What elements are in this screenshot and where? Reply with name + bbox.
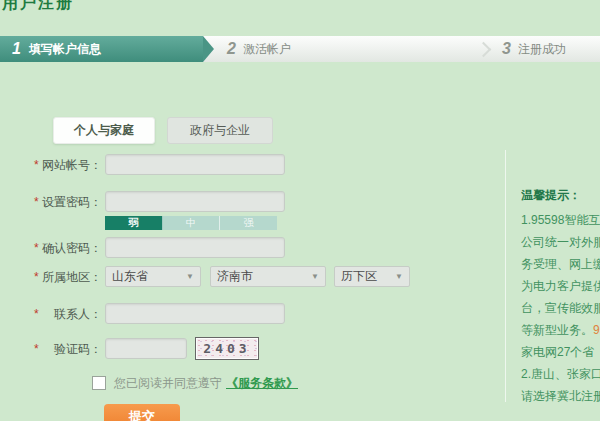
tips-line: 家电网27个省（市） [521,341,600,363]
tips-line-text: 等新型业务。 [521,323,593,337]
step-number: 3 [502,40,511,58]
tab-label: 个人与家庭 [74,122,134,139]
tips-title: 温馨提示： [521,185,600,205]
province-value: 山东省 [112,268,148,285]
step-arrow-icon [203,36,214,62]
district-value: 历下区 [341,268,377,285]
province-select[interactable]: 山东省 ▼ [105,266,201,287]
tips-line: 2.唐山、张家口、廊 [521,363,600,385]
tips-line: 等新型业务。95598 [521,319,600,341]
contact-input[interactable] [105,303,285,324]
tips-sidebar: 温馨提示： 1.95598智能互动网 公司统一对外服务网 务受理、网上缴费、 为… [521,185,600,407]
chevron-down-icon: ▼ [395,272,403,281]
tips-line: 请选择冀北注册。 [521,385,600,407]
tab-government-enterprise[interactable]: 政府与企业 [167,117,273,144]
strength-strong: 强 [220,216,277,230]
tips-line: 务受理、网上缴费、 [521,253,600,275]
wizard-stepper: 2 激活帐户 3 注册成功 1 填写帐户信息 [0,36,600,62]
submit-button[interactable]: 提交 [104,404,180,421]
captcha-code: 2403 [203,341,250,356]
terms-of-service-link[interactable]: 《服务条款》 [226,375,298,392]
region-label: 所属地区： [30,266,102,288]
step-register-success: 3 注册成功 [502,36,566,62]
password-label: 设置密码： [30,191,102,213]
account-label: 网站帐号： [30,154,102,176]
chevron-down-icon: ▼ [311,272,319,281]
tips-line: 为电力客户提供信息 [521,275,600,297]
page-title: 用户注册 [2,0,74,14]
tips-line: 台，宣传能效服务、 [521,297,600,319]
captcha-label: 验证码： [30,338,102,360]
step-activate-account: 2 激活帐户 [227,36,291,62]
captcha-image[interactable]: 2403 [195,337,259,360]
vertical-divider [505,150,506,402]
confirm-password-label: 确认密码： [30,237,102,259]
password-input[interactable] [105,191,285,212]
tab-personal-family[interactable]: 个人与家庭 [53,117,155,144]
step-label: 激活帐户 [243,41,291,58]
step-label: 注册成功 [518,41,566,58]
city-value: 济南市 [217,268,253,285]
chevron-down-icon: ▼ [186,272,194,281]
registration-page: 用户注册 2 激活帐户 3 注册成功 1 填写帐户信息 个人与家庭 政府与企业 … [0,0,600,421]
step-number: 2 [227,40,236,58]
step-fill-account-info-active: 1 填写帐户信息 [0,36,203,62]
captcha-input[interactable] [105,338,187,359]
terms-checkbox[interactable] [92,376,106,390]
agreement-row: 您已阅读并同意遵守 《服务条款》 [92,376,298,390]
confirm-password-input[interactable] [105,237,285,258]
tab-label: 政府与企业 [190,122,250,139]
district-select[interactable]: 历下区 ▼ [334,266,410,287]
step-label: 填写帐户信息 [29,41,101,58]
password-strength-meter: 弱 中 强 [105,216,277,230]
strength-medium: 中 [163,216,221,230]
contact-label: 联系人： [30,303,102,325]
tips-hotline-number: 95598 [593,323,600,337]
city-select[interactable]: 济南市 ▼ [210,266,326,287]
step-number: 1 [12,40,21,58]
account-input[interactable] [105,154,285,175]
strength-weak: 弱 [105,216,163,230]
tips-line: 1.95598智能互动网 [521,209,600,231]
step-separator-chevron-icon [476,42,492,58]
agreement-text: 您已阅读并同意遵守 [114,375,222,392]
tips-line: 公司统一对外服务网 [521,231,600,253]
